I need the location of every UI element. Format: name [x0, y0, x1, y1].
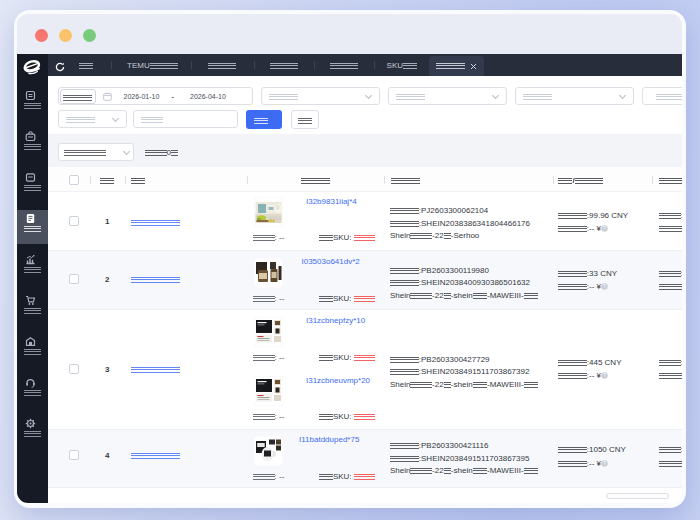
svg-text:?: ? [603, 225, 606, 231]
svg-text:?: ? [603, 372, 606, 378]
svg-text:?: ? [603, 460, 606, 466]
svg-text:?: ? [603, 283, 606, 289]
